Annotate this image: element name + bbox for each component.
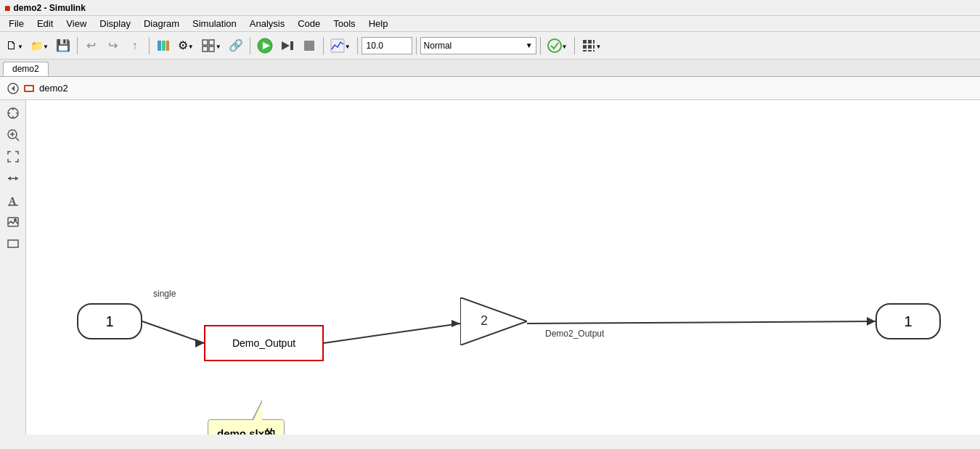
library-button[interactable] (153, 36, 173, 56)
model-settings-button[interactable]: ⚙ ▼ (175, 36, 197, 56)
svg-line-44 (142, 321, 204, 343)
svg-line-33 (16, 138, 19, 141)
sim-mode-arrow-icon: ▼ (526, 41, 533, 49)
demo-output-box[interactable]: Demo_Output (204, 325, 324, 361)
svg-rect-4 (209, 40, 214, 45)
menu-view[interactable]: View (60, 17, 92, 30)
outport1-block[interactable]: 1 (875, 303, 941, 339)
text-tool[interactable]: A (3, 190, 23, 210)
toolbar-sep8 (574, 37, 575, 54)
debug-icon: 🔗 (229, 38, 243, 52)
undo-button[interactable]: ↩ (81, 36, 102, 56)
inport1-block[interactable]: 1 (77, 303, 142, 339)
settings-arrow-icon: ▼ (188, 44, 194, 50)
gain-block[interactable]: 2 (460, 297, 527, 345)
sim-time-input[interactable]: 10.0 (362, 37, 412, 54)
svg-rect-15 (588, 40, 592, 44)
new-arrow-icon: ▼ (17, 44, 23, 50)
scope-icon (330, 38, 345, 53)
menu-tools[interactable]: Tools (327, 17, 361, 30)
menu-diagram[interactable]: Diagram (138, 17, 185, 30)
zoom-in-tool[interactable] (3, 125, 23, 145)
sim-mode-label: Normal (424, 41, 452, 51)
text-icon: A (7, 194, 20, 207)
toolbar-sep2 (149, 37, 150, 54)
demo2-output-label: Demo2_Output (545, 329, 604, 339)
svg-point-42 (14, 218, 17, 221)
svg-marker-48 (867, 317, 875, 326)
sim-mode-dropdown[interactable]: Normal ▼ (420, 37, 536, 54)
new-button[interactable]: 🗋 ▼ (3, 36, 26, 56)
canvas: 1 single Demo_Output 2 Demo2_Output 1 de… (26, 100, 980, 434)
nav-left-icon[interactable] (7, 83, 19, 94)
redo-button[interactable]: ↪ (103, 36, 123, 56)
svg-rect-20 (583, 50, 587, 52)
arrow-tool[interactable] (3, 168, 23, 189)
zoom-fit-tool[interactable] (3, 147, 23, 167)
open-arrow-icon: ▼ (43, 44, 49, 50)
menu-simulation[interactable]: Simulation (187, 17, 242, 30)
menu-edit[interactable]: Edit (31, 17, 59, 30)
tab-label: demo2 (12, 64, 39, 74)
toolbar-sep1 (77, 37, 78, 54)
step-forward-button[interactable] (277, 36, 298, 56)
undo-icon: ↩ (86, 38, 96, 52)
double-arrow-icon (7, 172, 20, 185)
save-icon: 💾 (56, 38, 70, 52)
tab-demo2[interactable]: demo2 (3, 62, 49, 76)
menu-display[interactable]: Display (94, 17, 136, 30)
svg-rect-6 (209, 46, 214, 52)
stop-debug-button[interactable]: 🔗 (226, 36, 246, 56)
left-toolbar: A (0, 100, 26, 434)
toolbar: 🗋 ▼ 📁 ▼ 💾 ↩ ↪ ↑ ⚙ ▼ (0, 32, 980, 59)
fit-icon (7, 150, 20, 163)
stop-icon (302, 38, 317, 53)
svg-rect-26 (25, 86, 33, 91)
menu-analysis[interactable]: Analysis (244, 17, 290, 30)
outport1-label: 1 (904, 313, 912, 330)
svg-marker-38 (15, 176, 18, 181)
annotation-callout: demo.slx的 输出接口 (208, 419, 285, 434)
toolbar-sep7 (540, 37, 541, 54)
window-title: demo2 - Simulink (13, 3, 85, 13)
rect-tool[interactable] (3, 234, 23, 254)
svg-marker-24 (12, 86, 15, 91)
save-button[interactable]: 💾 (53, 36, 73, 56)
pan-tool[interactable] (3, 103, 23, 123)
open-button[interactable]: 📁 ▼ (28, 36, 52, 56)
step-icon (280, 38, 295, 53)
title-bar: ■ demo2 - Simulink (0, 0, 980, 16)
library-icon (156, 38, 171, 53)
run-icon (257, 38, 273, 54)
image-tool[interactable] (3, 212, 23, 232)
inport1-label: 1 (105, 313, 113, 330)
check-arrow-icon: ▼ (562, 44, 568, 50)
check-button[interactable]: ▼ (544, 36, 571, 56)
svg-rect-14 (583, 40, 587, 44)
apps-button[interactable]: ▼ (579, 36, 605, 56)
up-button[interactable]: ↑ (125, 36, 145, 56)
app-icon: ■ (4, 2, 10, 14)
svg-line-45 (324, 324, 460, 343)
model-bc-icon (23, 83, 35, 94)
settings-icon: ⚙ (178, 38, 188, 52)
rect-icon (7, 237, 20, 250)
svg-marker-50 (460, 297, 527, 345)
main-area: A (0, 100, 980, 434)
svg-rect-2 (166, 41, 169, 51)
menu-file[interactable]: File (3, 17, 30, 30)
stop-button[interactable] (299, 36, 319, 56)
scope-button[interactable]: ▼ (327, 36, 354, 56)
update-button[interactable]: ▼ (198, 36, 224, 56)
run-button[interactable] (254, 36, 276, 56)
apps-arrow-icon: ▼ (596, 44, 602, 50)
menu-code[interactable]: Code (292, 17, 326, 30)
menu-help[interactable]: Help (363, 17, 394, 30)
callout-line1: demo.slx的 (217, 426, 275, 434)
svg-rect-1 (162, 41, 166, 51)
svg-rect-43 (8, 240, 18, 247)
tab-bar: demo2 (0, 59, 980, 77)
demo-output-label: Demo_Output (232, 337, 295, 349)
svg-rect-21 (588, 50, 592, 52)
svg-marker-37 (8, 176, 11, 181)
